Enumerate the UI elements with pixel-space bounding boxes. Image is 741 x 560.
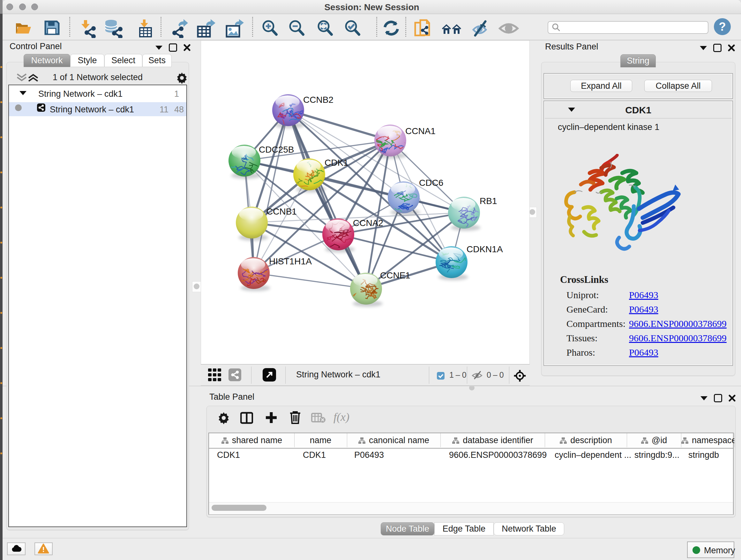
svg-text:CCNE1: CCNE1 <box>380 270 410 280</box>
svg-text:CCNB2: CCNB2 <box>303 95 333 105</box>
svg-text:RB1: RB1 <box>480 196 497 206</box>
svg-text:CCNA2: CCNA2 <box>353 218 383 228</box>
svg-text:CDK1: CDK1 <box>325 158 348 168</box>
svg-text:CDC6: CDC6 <box>419 178 443 188</box>
svg-text:CDC25B: CDC25B <box>259 145 294 154</box>
svg-text:CCNB1: CCNB1 <box>266 206 297 216</box>
svg-text:CCNA1: CCNA1 <box>405 126 435 136</box>
svg-text:HIST1H1A: HIST1H1A <box>269 256 312 266</box>
svg-text:CDKN1A: CDKN1A <box>467 244 503 254</box>
